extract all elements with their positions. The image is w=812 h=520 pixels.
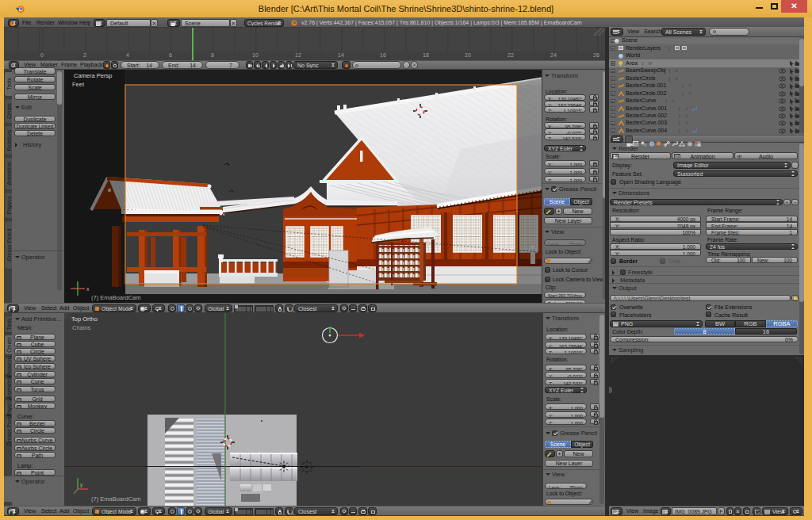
svg-text:Feet: Feet: [72, 81, 85, 88]
svg-text:x: x: [86, 286, 90, 292]
svg-text:(7) EmaBoardCam: (7) EmaBoardCam: [91, 294, 141, 301]
svg-text:(7) EmaBoardCam: (7) EmaBoardCam: [91, 495, 141, 503]
svg-text:Chains: Chains: [72, 324, 91, 331]
svg-text:Top Ortho: Top Ortho: [71, 315, 98, 323]
svg-text:Camera Persp: Camera Persp: [74, 72, 112, 79]
